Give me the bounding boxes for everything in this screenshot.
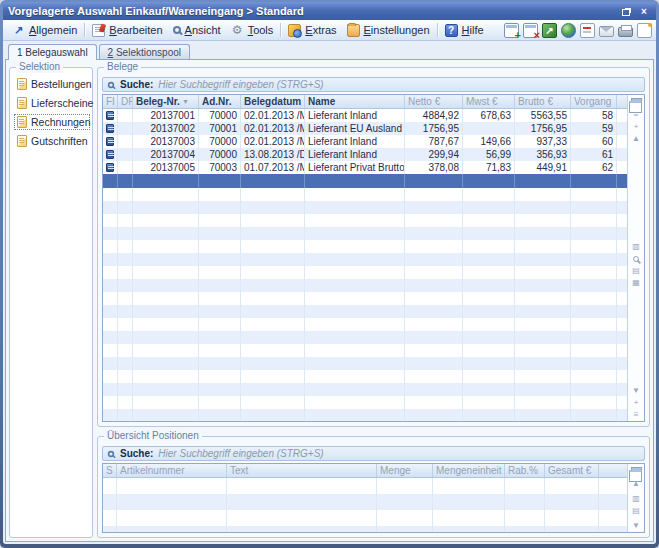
print-icon[interactable] — [618, 27, 633, 37]
sidebar-item-gutschriften[interactable]: Gutschriften — [14, 133, 90, 149]
col-beleg-nr[interactable]: Beleg-Nr.▼ — [133, 95, 199, 108]
columns-icon[interactable]: ▥ — [632, 241, 640, 253]
belege-header-row: FI DR Beleg-Nr.▼ Ad.Nr. Belegdatum Name … — [103, 95, 627, 109]
col-mengeneinheit[interactable]: Mengeneinheit — [433, 464, 505, 477]
menu-separator — [280, 23, 281, 37]
col-name[interactable]: Name — [305, 95, 405, 108]
col-fi[interactable]: FI — [103, 95, 118, 108]
menu-bearbeiten[interactable]: Bearbeiten — [87, 22, 167, 39]
col-netto[interactable]: Netto € — [405, 95, 463, 108]
menu-toolbar: ↗ Allgemein Bearbeiten Ansicht ⚙ Tools E… — [3, 20, 656, 41]
table-row[interactable]: 20137004 70000 13.08.2013 /Di Lieferant … — [103, 148, 627, 161]
belege-grid: FI DR Beleg-Nr.▼ Ad.Nr. Belegdatum Name … — [102, 94, 645, 422]
table-row[interactable]: 20137005 70003 01.07.2013 /Mo Lieferant … — [103, 161, 627, 174]
grid-search-icon[interactable] — [633, 256, 639, 262]
restore-button[interactable] — [620, 5, 634, 18]
positionen-search-bar[interactable]: Suche: — [102, 446, 645, 461]
empty-rows-area — [103, 188, 627, 421]
app-window: Vorgelagerte Auswahl Einkauf/Wareneingan… — [0, 0, 659, 548]
positionen-search-input[interactable] — [158, 448, 640, 459]
search-icon — [108, 450, 114, 456]
extras-icon — [288, 24, 301, 37]
new-document-icon[interactable] — [637, 23, 652, 38]
menu-allgemein[interactable]: ↗ Allgemein — [7, 22, 82, 39]
search-icon — [108, 81, 114, 87]
record-icon — [106, 163, 114, 172]
col-dr[interactable]: DR — [118, 95, 133, 108]
col-menge[interactable]: Menge — [377, 464, 433, 477]
document-icon — [17, 78, 27, 90]
table-row[interactable]: 20137003 70000 02.01.2013 /Mi Lieferant … — [103, 135, 627, 148]
columns-icon[interactable]: ▥ — [632, 493, 640, 505]
col-vorgang[interactable]: Vorgang — [571, 95, 617, 108]
close-button[interactable]: × — [637, 5, 651, 18]
menu-hilfe[interactable]: ? Hilfe — [440, 22, 489, 39]
menu-separator — [84, 23, 85, 37]
sidebar-item-lieferscheine[interactable]: Lieferscheine — [14, 95, 90, 111]
content-area: 1 Belegauswahl 2 Selektionspool Selektio… — [3, 41, 656, 544]
rows-icon[interactable]: ▤ — [632, 505, 640, 517]
record-icon — [106, 137, 114, 146]
column-chooser-icon[interactable] — [631, 467, 642, 476]
document-icon — [17, 135, 27, 147]
document-icon — [17, 97, 27, 109]
selected-empty-row[interactable] — [103, 174, 627, 188]
scroll-bottom-icon[interactable]: ≡ — [634, 409, 639, 421]
col-ad-nr[interactable]: Ad.Nr. — [199, 95, 241, 108]
empty-rows-area — [103, 478, 627, 532]
col-artikelnummer[interactable]: Artikelnummer — [117, 464, 227, 477]
title-bar[interactable]: Vorgelagerte Auswahl Einkauf/Wareneingan… — [3, 2, 656, 20]
col-text[interactable]: Text — [227, 464, 377, 477]
allgemein-icon: ↗ — [12, 24, 25, 37]
sidebar-item-rechnungen[interactable]: Rechnungen — [14, 114, 90, 130]
menu-einstellungen[interactable]: Einstellungen — [342, 22, 435, 39]
globe-icon[interactable] — [561, 23, 576, 38]
menu-ansicht[interactable]: Ansicht — [168, 22, 226, 38]
nav-plus-icon[interactable]: + — [634, 121, 639, 133]
table-remove-icon[interactable] — [523, 23, 538, 38]
positionen-grid-sidebar: ▲ ▥ ▤ ▼ — [627, 464, 644, 532]
menu-tools[interactable]: ⚙ Tools — [226, 22, 279, 39]
record-icon — [106, 111, 114, 120]
col-mwst[interactable]: Mwst € — [463, 95, 515, 108]
col-s[interactable]: S — [103, 464, 117, 477]
mail-icon[interactable] — [599, 26, 614, 37]
einstellungen-icon — [347, 24, 360, 37]
export-icon[interactable]: ↗ — [542, 23, 557, 38]
record-icon — [106, 150, 114, 159]
belege-grid-sidebar: ≡ + ▲ ▥ ▤ ▦ ▼ + ≡ — [627, 95, 644, 421]
col-rab[interactable]: Rab.% — [505, 464, 545, 477]
window-title: Vorgelagerte Auswahl Einkauf/Wareneingan… — [8, 5, 617, 17]
tab-selektionspool[interactable]: 2 Selektionspool — [99, 44, 190, 59]
table-add-icon[interactable] — [504, 23, 519, 38]
tab-belegauswahl[interactable]: 1 Belegauswahl — [8, 44, 97, 60]
close-icon: × — [641, 6, 647, 17]
grid-view-icon[interactable]: ▦ — [632, 277, 640, 289]
col-gesamt[interactable]: Gesamt € — [545, 464, 599, 477]
search-label: Suche: — [120, 79, 153, 90]
sort-icon: ▼ — [182, 98, 189, 105]
scroll-down-icon[interactable]: ▼ — [632, 385, 640, 397]
positionen-header-row: S Artikelnummer Text Menge Mengeneinheit… — [103, 464, 627, 478]
nav-plus-icon[interactable]: + — [634, 397, 639, 409]
menu-extras[interactable]: Extras — [283, 22, 341, 39]
document-icon — [17, 116, 27, 128]
positionen-groupbox: Übersicht Positionen Suche: S Artikelnum… — [97, 436, 650, 538]
tools-icon: ⚙ — [231, 24, 244, 37]
record-icon — [106, 124, 114, 133]
column-chooser-icon[interactable] — [631, 98, 642, 107]
table-row[interactable]: 20137001 70000 02.01.2013 /Mi Lieferant … — [103, 109, 627, 122]
rows-icon[interactable]: ▤ — [632, 265, 640, 277]
col-brutto[interactable]: Brutto € — [515, 95, 571, 108]
belege-search-input[interactable] — [158, 79, 640, 90]
belege-search-bar[interactable]: Suche: — [102, 77, 645, 92]
scroll-up-icon[interactable]: ▲ — [632, 133, 640, 145]
search-label: Suche: — [120, 448, 153, 459]
tab-page: Selektion Bestellungen Lieferscheine — [5, 59, 654, 542]
document-marker-icon[interactable] — [580, 23, 595, 38]
sidebar-item-bestellungen[interactable]: Bestellungen — [14, 76, 90, 92]
scroll-down-icon[interactable]: ▼ — [632, 520, 640, 532]
table-row[interactable]: 20137002 70001 02.01.2013 /Mi Lieferant … — [103, 122, 627, 135]
col-belegdatum[interactable]: Belegdatum — [241, 95, 305, 108]
ansicht-icon — [173, 26, 181, 34]
